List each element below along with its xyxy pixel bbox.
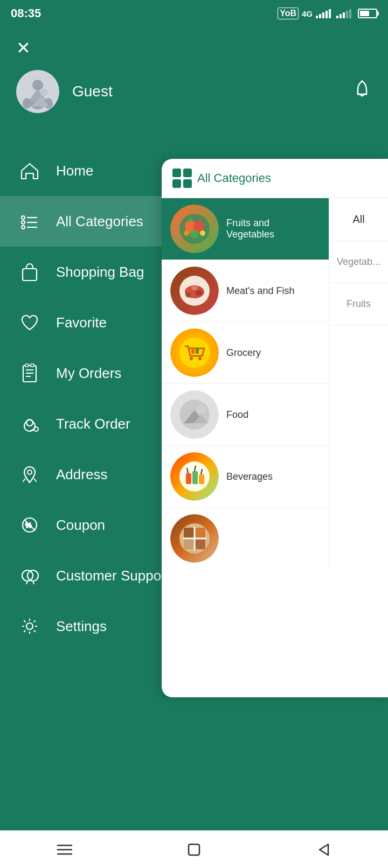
grid-icon xyxy=(172,169,192,188)
heart-icon xyxy=(16,309,43,336)
filter-labels: All Vegetab... Fruits xyxy=(329,198,388,569)
svg-rect-63 xyxy=(196,528,205,537)
signal-bars-1 xyxy=(316,9,331,18)
status-icons: YoB 4G xyxy=(278,8,377,19)
bottom-nav xyxy=(0,830,388,868)
svg-rect-15 xyxy=(23,269,37,281)
svg-point-37 xyxy=(184,230,189,236)
filter-fruits[interactable]: Fruits xyxy=(329,283,388,325)
svg-rect-71 xyxy=(189,844,199,855)
fruits-veg-image xyxy=(170,205,219,253)
svg-point-25 xyxy=(27,470,32,474)
category-item-grocery[interactable]: Grocery xyxy=(162,322,329,384)
category-label-food: Food xyxy=(226,409,248,421)
category-label-fruits-veg: Fruits and Vegetables xyxy=(226,218,320,240)
meat-image xyxy=(170,267,219,315)
battery-icon xyxy=(358,9,377,18)
svg-point-43 xyxy=(191,286,198,290)
sidebar-item-label-categories: All Categories xyxy=(56,213,143,230)
svg-rect-57 xyxy=(199,474,204,484)
svg-rect-65 xyxy=(196,540,205,549)
list-icon xyxy=(16,208,43,235)
category-label-beverages: Beverages xyxy=(226,471,273,482)
sidebar-item-label-bag: Shopping Bag xyxy=(56,264,144,281)
close-button[interactable]: ✕ xyxy=(16,38,31,58)
sidebar-item-label-track: Track Order xyxy=(56,416,130,432)
svg-rect-62 xyxy=(184,528,193,537)
address-icon xyxy=(16,461,43,488)
bottom-nav-back[interactable] xyxy=(307,839,340,860)
svg-point-42 xyxy=(195,290,203,296)
category-item-food[interactable]: Food xyxy=(162,384,329,446)
sidebar-item-label-settings: Settings xyxy=(56,618,107,635)
yob-badge: YoB xyxy=(278,8,299,19)
bottom-nav-home[interactable] xyxy=(178,839,210,860)
sidebar-item-label-coupon: Coupon xyxy=(56,517,105,534)
category-item-fruits-veg[interactable]: Fruits and Vegetables xyxy=(162,198,329,260)
filter-vegetables[interactable]: Vegetab... xyxy=(329,241,388,283)
track-icon xyxy=(16,410,43,437)
category-item-beverages[interactable]: Beverages xyxy=(162,446,329,508)
svg-marker-72 xyxy=(320,844,328,855)
svg-rect-21 xyxy=(31,364,34,367)
categories-title: All Categories xyxy=(197,171,271,185)
avatar xyxy=(16,70,59,113)
svg-rect-20 xyxy=(25,364,29,367)
category-thumb-food xyxy=(170,390,219,439)
sidebar-item-label-home: Home xyxy=(56,163,93,179)
sidebar-item-label-favorite: Favorite xyxy=(56,314,107,331)
svg-rect-64 xyxy=(184,540,193,549)
home-icon xyxy=(16,157,43,184)
categories-header: All Categories xyxy=(162,159,388,198)
svg-point-10 xyxy=(22,221,25,224)
food-image xyxy=(170,390,219,439)
beverages-image xyxy=(170,452,219,501)
sidebar-item-label-support: Customer Support xyxy=(56,568,170,584)
svg-rect-56 xyxy=(192,471,198,484)
categories-panel: All Categories xyxy=(162,159,388,697)
category-item-meat[interactable]: Meat's and Fish xyxy=(162,260,329,322)
category-thumb-meat xyxy=(170,267,219,315)
user-header: Guest xyxy=(0,59,388,124)
svg-rect-48 xyxy=(191,349,195,354)
nuts-image xyxy=(170,514,219,563)
notification-bell[interactable] xyxy=(352,79,372,104)
categories-list: Fruits and Vegetables xyxy=(162,198,329,569)
svg-point-53 xyxy=(197,405,205,414)
grocery-image xyxy=(170,328,219,377)
support-icon xyxy=(16,562,43,589)
svg-point-11 xyxy=(22,226,25,229)
category-thumb-beverages xyxy=(170,452,219,501)
network-4g: 4G xyxy=(302,9,313,18)
settings-icon xyxy=(16,613,43,640)
category-label-grocery: Grocery xyxy=(226,347,261,359)
svg-point-47 xyxy=(198,357,202,360)
sidebar-item-label-orders: My Orders xyxy=(56,365,121,382)
sidebar-item-label-address: Address xyxy=(56,466,107,483)
category-label-meat: Meat's and Fish xyxy=(226,285,295,297)
svg-rect-49 xyxy=(196,348,199,354)
orders-icon xyxy=(16,360,43,387)
svg-rect-55 xyxy=(186,473,191,484)
bottom-nav-menu[interactable] xyxy=(48,839,81,860)
coupon-icon: % xyxy=(16,512,43,538)
category-thumb-fruits-veg xyxy=(170,205,219,253)
svg-rect-35 xyxy=(189,218,191,222)
svg-point-31 xyxy=(26,623,33,629)
svg-point-38 xyxy=(200,230,205,236)
status-time: 08:35 xyxy=(11,6,41,20)
categories-content: Fruits and Vegetables xyxy=(162,198,388,569)
category-item-nuts[interactable] xyxy=(162,508,329,569)
svg-point-36 xyxy=(190,230,199,239)
filter-all[interactable]: All xyxy=(329,198,388,241)
username-label: Guest xyxy=(72,83,113,100)
signal-bars-2 xyxy=(336,9,351,18)
category-thumb-grocery xyxy=(170,328,219,377)
svg-text:%: % xyxy=(25,521,32,529)
status-bar: 08:35 YoB 4G xyxy=(0,0,388,27)
bag-icon xyxy=(16,258,43,285)
svg-point-44 xyxy=(185,292,191,298)
svg-point-7 xyxy=(40,89,48,96)
category-thumb-nuts xyxy=(170,514,219,563)
svg-point-9 xyxy=(22,216,25,219)
